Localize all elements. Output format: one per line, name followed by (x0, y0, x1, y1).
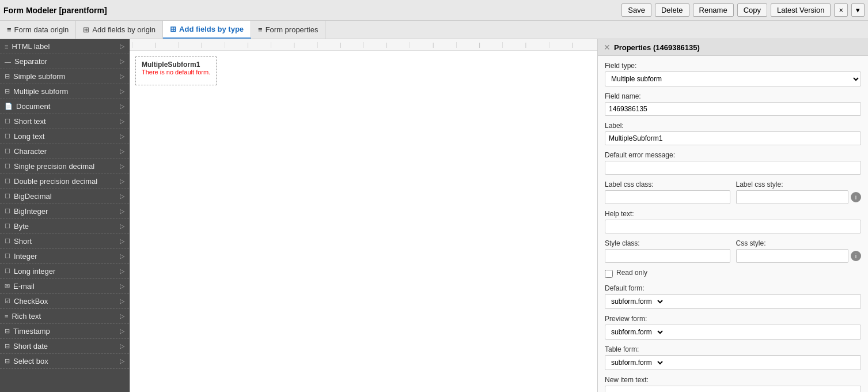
left-item-html-label[interactable]: ≡ HTML label ▷ (0, 39, 129, 54)
collapse-button[interactable]: ▾ (851, 3, 865, 17)
left-item-simple-subform[interactable]: ⊟ Simple subform ▷ (0, 69, 129, 84)
rename-button[interactable]: Rename (693, 3, 734, 17)
label-css-class-input[interactable] (605, 190, 730, 204)
left-item-long-integer[interactable]: ☐ Long integer ▷ (0, 264, 129, 279)
properties-close-icon[interactable]: ✕ (604, 43, 611, 52)
default-error-input[interactable] (605, 161, 861, 175)
help-text-input[interactable] (605, 220, 861, 233)
short-date-label: Short date (13, 342, 120, 350)
left-item-short-date[interactable]: ⊟ Short date ▷ (0, 339, 129, 354)
left-item-checkbox[interactable]: ☑ CheckBox ▷ (0, 294, 129, 309)
table-form-select[interactable]: subform.form (605, 356, 665, 370)
default-form-label: Default form: (605, 284, 861, 292)
preview-form-select[interactable]: subform.form (605, 325, 665, 339)
left-item-single-precision[interactable]: ☐ Single precision decimal ▷ (0, 159, 129, 174)
integer-arrow: ▷ (120, 252, 124, 260)
label-css-style-info-icon[interactable]: i (851, 192, 861, 202)
css-style-input[interactable] (736, 249, 849, 263)
checkbox-icon: ☑ (5, 297, 10, 305)
short-text-label: Short text (14, 117, 120, 126)
tab-add-fields-by-origin[interactable]: ⊞ Add fields by origin (76, 21, 163, 39)
css-style-info-icon[interactable]: i (851, 251, 861, 261)
label-css-row: Label css class: Label css style: i (605, 180, 861, 204)
double-precision-label: Double precision decimal (14, 177, 120, 186)
left-item-document[interactable]: 📄 Document ▷ (0, 99, 129, 114)
label-css-style-input[interactable] (736, 190, 849, 204)
label-css-class-label: Label css class: (605, 180, 730, 189)
separator-text: Separator (14, 57, 120, 66)
add-fields-origin-icon: ⊞ (83, 25, 89, 34)
short-text-icon: ☐ (5, 118, 10, 125)
label-input[interactable] (605, 131, 861, 145)
copy-button[interactable]: Copy (737, 3, 767, 17)
tab-form-data-origin[interactable]: ≡ Form data origin (0, 21, 76, 39)
label-css-style-field: i (736, 190, 862, 204)
long-integer-arrow: ▷ (120, 267, 124, 275)
simple-subform-icon: ⊟ (5, 73, 10, 80)
delete-button[interactable]: Delete (655, 3, 689, 17)
email-arrow: ▷ (120, 282, 124, 290)
read-only-checkbox[interactable] (605, 270, 613, 278)
document-icon: 📄 (5, 103, 13, 110)
rich-text-label: Rich text (12, 312, 120, 321)
new-item-text-label: New item text: (605, 376, 861, 384)
bigdecimal-label: BigDecimal (14, 192, 120, 201)
left-item-timestamp[interactable]: ⊟ Timestamp ▷ (0, 324, 129, 339)
simple-subform-arrow: ▷ (120, 73, 124, 80)
new-item-text-input[interactable] (605, 386, 861, 392)
version-button[interactable]: Latest Version (771, 3, 831, 17)
tab-add-fields-by-type[interactable]: ⊞ Add fields by type (163, 21, 251, 39)
default-form-select[interactable]: subform.form (605, 295, 665, 308)
style-class-input[interactable] (605, 249, 730, 263)
field-name-row: Field name: (605, 92, 861, 116)
timestamp-icon: ⊟ (5, 327, 10, 335)
new-item-text-row: New item text: (605, 376, 861, 392)
save-button[interactable]: Save (621, 3, 651, 17)
email-label: E-mail (13, 282, 120, 291)
byte-arrow: ▷ (120, 223, 124, 230)
field-name-input[interactable] (605, 102, 861, 116)
select-box-label: Select box (13, 357, 120, 365)
field-error-text: There is no default form. (142, 69, 210, 76)
document-text: Document (16, 102, 120, 111)
main-layout: ≡ HTML label ▷ — Separator ▷ ⊟ Simple su… (0, 39, 868, 392)
left-item-byte[interactable]: ☐ Byte ▷ (0, 219, 129, 234)
long-integer-label: Long integer (14, 267, 120, 276)
field-type-select[interactable]: Multiple subform (605, 71, 861, 86)
left-item-double-precision[interactable]: ☐ Double precision decimal ▷ (0, 174, 129, 189)
bigdecimal-icon: ☐ (5, 193, 10, 200)
left-item-short[interactable]: ☐ Short ▷ (0, 234, 129, 249)
html-label-arrow: ▷ (120, 43, 124, 50)
byte-icon: ☐ (5, 223, 10, 230)
multiple-subform-text: Multiple subform (13, 87, 120, 96)
left-item-character[interactable]: ☐ Character ▷ (0, 144, 129, 159)
left-item-select-box[interactable]: ⊟ Select box ▷ (0, 354, 129, 369)
short-icon: ☐ (5, 238, 10, 245)
left-item-biginteger[interactable]: ☐ BigInteger ▷ (0, 204, 129, 219)
left-item-integer[interactable]: ☐ Integer ▷ (0, 249, 129, 264)
table-form-row: Table form: subform.form (605, 345, 861, 370)
tab-form-data-origin-label: Form data origin (14, 25, 69, 34)
long-text-label: Long text (14, 132, 120, 141)
left-item-bigdecimal[interactable]: ☐ BigDecimal ▷ (0, 189, 129, 204)
byte-label: Byte (14, 222, 120, 231)
short-text-arrow: ▷ (120, 118, 124, 125)
html-label-icon: ≡ (5, 43, 8, 50)
tab-form-properties[interactable]: ≡ Form properties (251, 21, 325, 39)
left-item-separator[interactable]: — Separator ▷ (0, 54, 129, 69)
left-item-multiple-subform[interactable]: ⊟ Multiple subform ▷ (0, 84, 129, 99)
close-button[interactable]: × (834, 3, 848, 17)
checkbox-arrow: ▷ (120, 297, 124, 305)
left-item-email[interactable]: ✉ E-mail ▷ (0, 279, 129, 294)
left-item-long-text[interactable]: ☐ Long text ▷ (0, 129, 129, 144)
integer-label: Integer (14, 252, 120, 261)
label-label: Label: (605, 122, 861, 130)
multiple-subform-icon: ⊟ (5, 88, 10, 95)
left-item-short-text[interactable]: ☐ Short text ▷ (0, 114, 129, 129)
long-text-icon: ☐ (5, 133, 10, 140)
left-item-rich-text[interactable]: ≡ Rich text ▷ (0, 309, 129, 324)
multiple-subform-field[interactable]: MultipleSubform1 There is no default for… (135, 56, 217, 85)
document-arrow: ▷ (120, 103, 124, 110)
short-arrow: ▷ (120, 238, 124, 245)
short-label: Short (14, 237, 120, 246)
